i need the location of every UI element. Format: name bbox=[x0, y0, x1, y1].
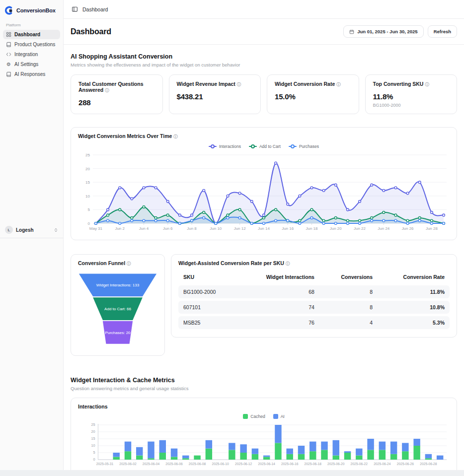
legend-marker bbox=[209, 144, 217, 148]
info-icon: ⓘ bbox=[336, 82, 340, 87]
section-subtitle: Metrics showing the effectiveness and im… bbox=[71, 62, 457, 68]
date-range-value: Jun 01, 2025 - Jun 30, 2025 bbox=[357, 29, 417, 34]
svg-text:0: 0 bbox=[88, 221, 90, 226]
page-title: Dashboard bbox=[71, 27, 111, 36]
svg-text:2025-06-22: 2025-06-22 bbox=[351, 462, 368, 466]
stat-card-revenue-impact: Widget Revenue Impactⓘ $438.21 bbox=[169, 74, 261, 114]
stat-label: Widget Conversion Rate bbox=[275, 81, 335, 87]
brand-logo[interactable]: ConversionBox bbox=[0, 0, 63, 20]
sidebar-item-dashboard[interactable]: Dashboard bbox=[3, 30, 60, 39]
svg-text:Purchases: 20: Purchases: 20 bbox=[105, 331, 131, 335]
svg-text:Jun 8: Jun 8 bbox=[187, 226, 197, 231]
legend-item[interactable]: Add to Cart bbox=[249, 144, 281, 149]
table-cell: MSB25 bbox=[178, 316, 238, 329]
section-title: Widget Interaction & Cache Metrics bbox=[71, 377, 457, 384]
panel-title: Interactions bbox=[78, 404, 450, 409]
sidebar-item-integration[interactable]: Integration bbox=[3, 50, 60, 59]
column-header-conversion-rate: Conversion Rate bbox=[378, 271, 450, 283]
section-subtitle: Question answering metrics and general u… bbox=[71, 386, 457, 391]
app-window: ConversionBox Platform Dashboard Product… bbox=[0, 0, 464, 470]
svg-text:2025-06-10: 2025-06-10 bbox=[212, 462, 229, 466]
legend-item[interactable]: AI bbox=[273, 414, 285, 419]
refresh-button[interactable]: Refresh bbox=[428, 25, 457, 38]
panel-title: Widget Conversion Metrics Over Time bbox=[78, 133, 172, 139]
breadcrumb: Dashboard bbox=[82, 6, 108, 12]
column-header-widget-interactions: Widget Interactions bbox=[238, 271, 319, 283]
table-cell: 607101 bbox=[178, 301, 238, 314]
table-cell: 5.3% bbox=[378, 316, 450, 329]
sidebar-item-ai-settings[interactable]: ⚙ AI Settings bbox=[3, 60, 60, 69]
legend-label: Purchases bbox=[299, 144, 319, 149]
panel-title: Conversion Funnel bbox=[78, 260, 125, 266]
panel-title: Widget-Assisted Conversion Rate per SKU bbox=[178, 260, 284, 266]
section-title: AI Shopping Assistant Conversion bbox=[71, 53, 457, 60]
table-row: 60710174810.8% bbox=[178, 301, 450, 314]
svg-text:5: 5 bbox=[93, 450, 95, 455]
sidebar-item-label: AI Settings bbox=[14, 62, 38, 67]
svg-text:Jun 2: Jun 2 bbox=[115, 226, 125, 231]
stat-card-questions-answered: Total Customer Questions Answeredⓘ 288 bbox=[71, 74, 163, 114]
legend-item[interactable]: Purchases bbox=[289, 144, 319, 149]
date-range-picker[interactable]: Jun 01, 2025 - Jun 30, 2025 bbox=[343, 25, 423, 38]
sku-table-body: BG1000-200068811.8%60710174810.8%MSB2576… bbox=[178, 285, 450, 329]
svg-text:2025-06-04: 2025-06-04 bbox=[143, 462, 160, 466]
svg-text:25: 25 bbox=[91, 422, 95, 427]
svg-text:Widget Interactions: 133: Widget Interactions: 133 bbox=[96, 283, 140, 287]
info-icon: ⓘ bbox=[127, 262, 131, 266]
sku-table-panel: Widget-Assisted Conversion Rate per SKUⓘ… bbox=[171, 254, 457, 338]
stat-value: 11.8% bbox=[373, 92, 450, 101]
funnel-chart: Widget Interactions: 133Add to Cart: 66P… bbox=[78, 272, 157, 347]
svg-text:2025-06-02: 2025-06-02 bbox=[119, 462, 137, 466]
sidebar-item-label: AI Responses bbox=[14, 71, 45, 77]
stat-sub-value: BG1000-2000 bbox=[373, 103, 450, 108]
main-area: Dashboard Dashboard Jun 01, 2025 - Jun 3… bbox=[64, 0, 464, 470]
svg-text:2025-06-18: 2025-06-18 bbox=[305, 462, 322, 466]
book-icon bbox=[6, 42, 11, 47]
svg-text:15: 15 bbox=[91, 436, 95, 441]
svg-text:Jun 12: Jun 12 bbox=[234, 226, 246, 231]
table-cell: 4 bbox=[319, 316, 378, 329]
sidebar-item-ai-responses[interactable]: AI Responses bbox=[3, 69, 60, 79]
info-icon: ⓘ bbox=[173, 135, 177, 139]
svg-text:10: 10 bbox=[91, 443, 95, 448]
table-cell: 10.8% bbox=[378, 301, 450, 314]
info-icon: ⓘ bbox=[237, 82, 241, 87]
conversion-section-header: AI Shopping Assistant Conversion Metrics… bbox=[71, 53, 457, 68]
sidebar-item-label: Product Questions bbox=[14, 42, 55, 47]
svg-text:5: 5 bbox=[88, 207, 90, 212]
brand-name: ConversionBox bbox=[16, 7, 56, 13]
svg-text:2025-06-14: 2025-06-14 bbox=[258, 462, 275, 466]
line-chart-legend: InteractionsAdd to CartPurchases bbox=[78, 144, 450, 149]
svg-text:20: 20 bbox=[91, 429, 95, 434]
svg-text:Jun 24: Jun 24 bbox=[378, 226, 389, 231]
table-row: BG1000-200068811.8% bbox=[178, 285, 450, 298]
svg-text:Jun 22: Jun 22 bbox=[354, 226, 366, 231]
user-name: Logesh bbox=[16, 227, 51, 233]
table-cell: 11.8% bbox=[378, 285, 450, 298]
cache-section-header: Widget Interaction & Cache Metrics Quest… bbox=[71, 377, 457, 391]
column-header-sku: SKU bbox=[178, 271, 238, 283]
sidebar-divider bbox=[0, 238, 63, 238]
legend-label: Add to Cart bbox=[259, 144, 281, 149]
svg-text:2025-06-16: 2025-06-16 bbox=[281, 462, 299, 466]
table-cell: BG1000-2000 bbox=[178, 285, 238, 298]
sidebar-toggle-icon[interactable] bbox=[72, 6, 78, 12]
legend-item[interactable]: Interactions bbox=[209, 144, 241, 149]
svg-text:Jun 6: Jun 6 bbox=[163, 226, 173, 231]
user-menu[interactable]: L Logesh bbox=[0, 224, 63, 236]
calendar-icon bbox=[349, 29, 354, 34]
legend-label: Interactions bbox=[219, 144, 241, 149]
bar-chart-legend: CachedAI bbox=[78, 414, 450, 419]
stat-cards: Total Customer Questions Answeredⓘ 288 W… bbox=[71, 74, 457, 114]
stat-card-conversion-rate: Widget Conversion Rateⓘ 15.0% bbox=[267, 74, 359, 114]
refresh-label: Refresh bbox=[434, 29, 451, 34]
page-header: Dashboard Jun 01, 2025 - Jun 30, 2025 Re… bbox=[64, 19, 464, 44]
legend-item[interactable]: Cached bbox=[243, 414, 265, 419]
svg-text:2025-06-20: 2025-06-20 bbox=[327, 462, 345, 466]
sidebar-item-label: Dashboard bbox=[14, 32, 40, 37]
svg-text:2025-06-08: 2025-06-08 bbox=[189, 462, 206, 466]
svg-text:Jun 18: Jun 18 bbox=[306, 226, 318, 231]
sidebar-item-product-questions[interactable]: Product Questions bbox=[3, 40, 60, 49]
avatar: L bbox=[5, 226, 13, 234]
info-icon: ⓘ bbox=[105, 88, 109, 93]
